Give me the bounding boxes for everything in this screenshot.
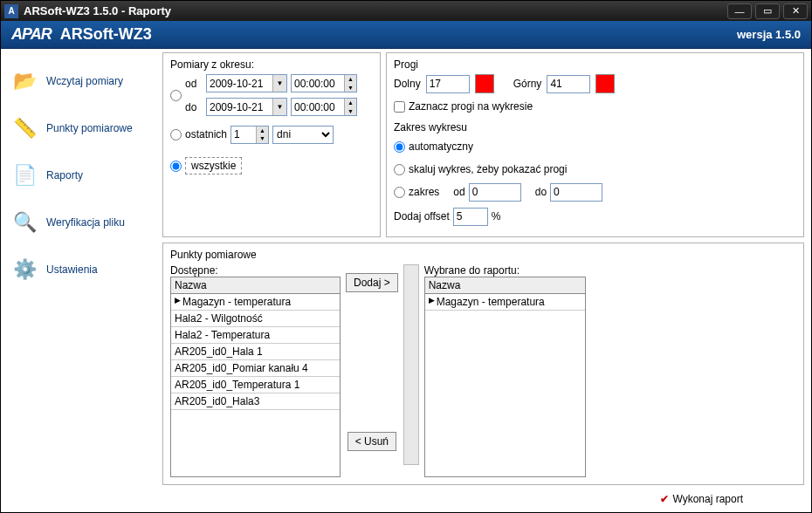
period-legend: Pomiary z okresu:	[170, 58, 373, 71]
range-scale-radio[interactable]	[394, 164, 405, 175]
app-name: ARSoft-WZ3	[60, 25, 152, 44]
document-icon: 📄	[11, 162, 38, 188]
upper-color-swatch[interactable]	[595, 74, 615, 93]
to-date-picker[interactable]: ▼	[206, 98, 287, 116]
app-window: A ARSoft-WZ3 1.5.0 - Raporty — ▭ ✕ APAR …	[0, 0, 812, 513]
check-icon: ✔	[660, 493, 669, 505]
range-manual-label: zakres	[409, 186, 439, 198]
spin-up-icon[interactable]: ▲	[344, 99, 356, 107]
to-time-input[interactable]	[292, 99, 344, 115]
period-last-radio[interactable]	[170, 129, 182, 140]
titlebar: A ARSoft-WZ3 1.5.0 - Raporty — ▭ ✕	[1, 1, 811, 21]
spin-up-icon[interactable]: ▲	[256, 127, 268, 135]
from-date-picker[interactable]: ▼	[206, 74, 287, 92]
magnifier-icon: 🔍	[11, 209, 38, 236]
mark-thresholds-label: Zaznacz progi na wykresie	[409, 100, 533, 113]
from-date-input[interactable]	[207, 75, 272, 92]
selected-label: Wybrane do raportu:	[424, 264, 586, 277]
list-item[interactable]: Magazyn - temperatura	[425, 294, 585, 311]
range-auto-radio[interactable]	[394, 141, 405, 153]
all-label: wszystkie	[185, 157, 242, 174]
list-item[interactable]: AR205_id0_Hala3	[171, 393, 340, 410]
from-label: od	[185, 78, 203, 90]
app-icon: A	[4, 4, 18, 18]
thresholds-group: Progi Dolny Górny Zaznacz progi na wykre…	[386, 52, 804, 237]
minimize-button[interactable]: —	[727, 3, 752, 19]
lower-input[interactable]	[426, 75, 470, 93]
range-to-label: do	[535, 186, 547, 198]
offset-label: Dodaj offset	[394, 210, 450, 222]
sidebar-item-label: Weryfikacja pliku	[46, 216, 125, 229]
spin-down-icon[interactable]: ▼	[344, 84, 356, 92]
run-report-link[interactable]: ✔Wykonaj raport	[162, 485, 804, 505]
chevron-down-icon[interactable]: ▼	[272, 99, 286, 115]
brand-logo: APAR	[11, 25, 52, 44]
from-time-input[interactable]	[292, 75, 344, 92]
list-item[interactable]: AR205_id0_Temperatura 1	[171, 377, 340, 393]
close-button[interactable]: ✕	[783, 3, 808, 19]
range-scale-label: skaluj wykres, żeby pokazać progi	[409, 163, 567, 175]
last-label: ostatnich	[185, 128, 227, 140]
selected-header: Nazwa	[425, 277, 585, 294]
scrollbar[interactable]	[403, 264, 419, 465]
mark-thresholds-checkbox[interactable]	[394, 101, 405, 113]
gear-icon: ⚙️	[11, 256, 38, 283]
range-auto-label: automatyczny	[409, 140, 473, 153]
offset-unit: %	[492, 210, 501, 222]
remove-button[interactable]: < Usuń	[348, 432, 396, 451]
range-manual-radio[interactable]	[394, 187, 405, 198]
list-item[interactable]: AR205_id0_Pomiar kanału 4	[171, 360, 340, 377]
sidebar-item-verify[interactable]: 🔍 Weryfikacja pliku	[4, 199, 159, 246]
main-panel: Pomiary z okresu: od ▼	[162, 49, 811, 512]
list-item[interactable]: Hala2 - Temperatura	[171, 327, 340, 344]
folder-icon: 📂	[11, 68, 38, 94]
points-group: Punkty pomiarowe Dostępne: Nazwa Magazyn…	[162, 243, 804, 485]
period-all-radio[interactable]	[170, 161, 182, 172]
upper-input[interactable]	[547, 75, 590, 93]
sidebar: 📂 Wczytaj pomiary 📏 Punkty pomiarowe 📄 R…	[1, 49, 162, 512]
range-legend: Zakres wykresu	[394, 121, 796, 133]
offset-input[interactable]	[453, 208, 488, 226]
last-value-input[interactable]	[231, 127, 256, 143]
to-time-spinner[interactable]: ▲▼	[291, 98, 357, 116]
thresholds-legend: Progi	[394, 58, 796, 71]
spin-down-icon[interactable]: ▼	[256, 134, 268, 143]
to-label: do	[185, 101, 203, 113]
points-legend: Punkty pomiarowe	[170, 249, 796, 261]
list-item[interactable]: Hala2 - Wilgotność	[171, 311, 340, 327]
from-time-spinner[interactable]: ▲▼	[291, 74, 357, 92]
range-to-input[interactable]	[550, 183, 602, 202]
app-version: wersja 1.5.0	[737, 28, 801, 41]
upper-label: Górny	[513, 78, 542, 90]
spin-up-icon[interactable]: ▲	[344, 75, 356, 84]
range-from-input[interactable]	[469, 183, 521, 202]
period-group: Pomiary z okresu: od ▼	[162, 52, 381, 237]
last-unit-select[interactable]: dni	[272, 126, 334, 144]
sidebar-item-load[interactable]: 📂 Wczytaj pomiary	[4, 58, 159, 105]
period-range-radio[interactable]	[170, 90, 182, 101]
available-list[interactable]: Nazwa Magazyn - temperatura Hala2 - Wilg…	[170, 277, 341, 477]
available-header: Nazwa	[171, 277, 340, 294]
sidebar-item-reports[interactable]: 📄 Raporty	[4, 152, 159, 199]
sidebar-item-settings[interactable]: ⚙️ Ustawienia	[4, 246, 159, 293]
app-header: APAR ARSoft-WZ3 wersja 1.5.0	[1, 21, 811, 49]
list-item[interactable]: AR205_id0_Hala 1	[171, 344, 340, 360]
maximize-button[interactable]: ▭	[755, 3, 780, 19]
add-button[interactable]: Dodaj >	[346, 273, 398, 292]
sidebar-item-label: Ustawienia	[46, 263, 98, 276]
sidebar-item-points[interactable]: 📏 Punkty pomiarowe	[4, 105, 159, 152]
to-date-input[interactable]	[207, 99, 272, 115]
sidebar-item-label: Wczytaj pomiary	[46, 75, 123, 87]
range-from-label: od	[453, 186, 464, 198]
selected-list[interactable]: Nazwa Magazyn - temperatura	[424, 277, 586, 477]
spin-down-icon[interactable]: ▼	[344, 107, 356, 116]
chevron-down-icon[interactable]: ▼	[272, 75, 286, 92]
available-label: Dostępne:	[170, 264, 341, 277]
ruler-icon: 📏	[11, 115, 38, 141]
sidebar-item-label: Raporty	[46, 169, 83, 181]
list-item[interactable]: Magazyn - temperatura	[171, 294, 340, 311]
sidebar-item-label: Punkty pomiarowe	[46, 122, 133, 134]
window-title: ARSoft-WZ3 1.5.0 - Raporty	[24, 4, 727, 17]
lower-color-swatch[interactable]	[475, 74, 494, 93]
last-value-spinner[interactable]: ▲▼	[231, 126, 269, 144]
